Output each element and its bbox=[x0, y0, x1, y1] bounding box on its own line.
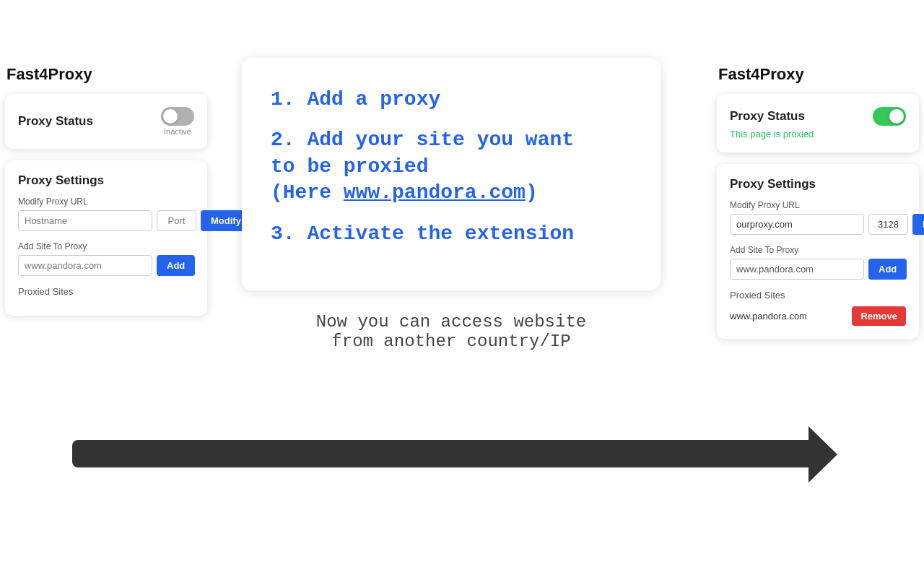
right-hostname-input[interactable] bbox=[730, 214, 864, 235]
left-hostname-input[interactable] bbox=[18, 210, 152, 231]
right-app-title: Fast4Proxy bbox=[717, 65, 919, 84]
left-settings-title: Proxy Settings bbox=[18, 173, 194, 188]
left-add-site-row: Add bbox=[18, 255, 194, 276]
left-proxy-status-card: Proxy Status Inactive bbox=[5, 94, 207, 149]
step1-text: 1. Add a proxy bbox=[271, 87, 626, 113]
right-port-input[interactable] bbox=[868, 214, 908, 235]
left-app-title: Fast4Proxy bbox=[5, 65, 207, 84]
center-panel: 1. Add a proxy 2. Add your site you want… bbox=[242, 58, 661, 351]
toggle-status-text: Inactive bbox=[164, 127, 191, 136]
proxy-status-row: Proxy Status Inactive bbox=[18, 107, 194, 136]
left-settings-card: Proxy Settings Modify Proxy URL Modify A… bbox=[5, 160, 207, 316]
proxy-toggle[interactable] bbox=[161, 107, 194, 126]
proxy-status-label: Proxy Status bbox=[18, 114, 93, 129]
arrow-head bbox=[808, 426, 837, 483]
right-site-input[interactable] bbox=[730, 259, 864, 280]
bottom-text: Now you can access website from another … bbox=[242, 312, 661, 351]
left-port-input[interactable] bbox=[157, 210, 196, 231]
arrow-container bbox=[72, 426, 837, 484]
right-add-site-label: Add Site To Proxy bbox=[730, 245, 906, 255]
proxy-toggle-wrap: Inactive bbox=[161, 107, 194, 136]
right-add-site-row: Add bbox=[730, 259, 906, 280]
right-proxy-status-row: Proxy Status bbox=[730, 107, 906, 126]
right-proxy-status-label: Proxy Status bbox=[730, 109, 805, 124]
right-proxied-sites-label: Proxied Sites bbox=[730, 290, 906, 301]
right-modify-row: Modify bbox=[730, 214, 906, 235]
right-proxied-status-text: This page is proxied bbox=[730, 129, 906, 139]
right-proxy-status-card: Proxy Status This page is proxied bbox=[717, 94, 919, 152]
left-proxied-sites-label: Proxied Sites bbox=[18, 286, 194, 297]
left-add-button[interactable]: Add bbox=[157, 255, 195, 276]
left-modify-row: Modify bbox=[18, 210, 194, 231]
right-remove-button[interactable]: Remove bbox=[852, 306, 906, 326]
right-modify-button[interactable]: Modify bbox=[912, 214, 924, 235]
right-panel: Fast4Proxy Proxy Status This page is pro… bbox=[717, 65, 919, 350]
steps-card: 1. Add a proxy 2. Add your site you want… bbox=[242, 58, 661, 290]
step3-text: 3. Activate the extension bbox=[271, 221, 626, 247]
right-proxy-toggle[interactable] bbox=[873, 107, 906, 126]
step2-link: www.pandora.com bbox=[344, 181, 526, 204]
left-add-site-label: Add Site To Proxy bbox=[18, 241, 194, 251]
right-proxied-site-row: www.pandora.com Remove bbox=[730, 306, 906, 326]
right-modify-url-label: Modify Proxy URL bbox=[730, 200, 906, 210]
left-panel: Fast4Proxy Proxy Status Inactive Proxy S… bbox=[5, 65, 207, 327]
arrow-shaft bbox=[72, 440, 808, 467]
step2-text: 2. Add your site you want to be proxied … bbox=[271, 127, 626, 206]
left-site-input[interactable] bbox=[18, 255, 152, 276]
left-modify-url-label: Modify Proxy URL bbox=[18, 197, 194, 207]
right-settings-card: Proxy Settings Modify Proxy URL Modify A… bbox=[717, 164, 919, 339]
right-add-button[interactable]: Add bbox=[868, 259, 907, 280]
right-settings-title: Proxy Settings bbox=[730, 177, 906, 191]
right-proxied-site: www.pandora.com bbox=[730, 311, 807, 322]
